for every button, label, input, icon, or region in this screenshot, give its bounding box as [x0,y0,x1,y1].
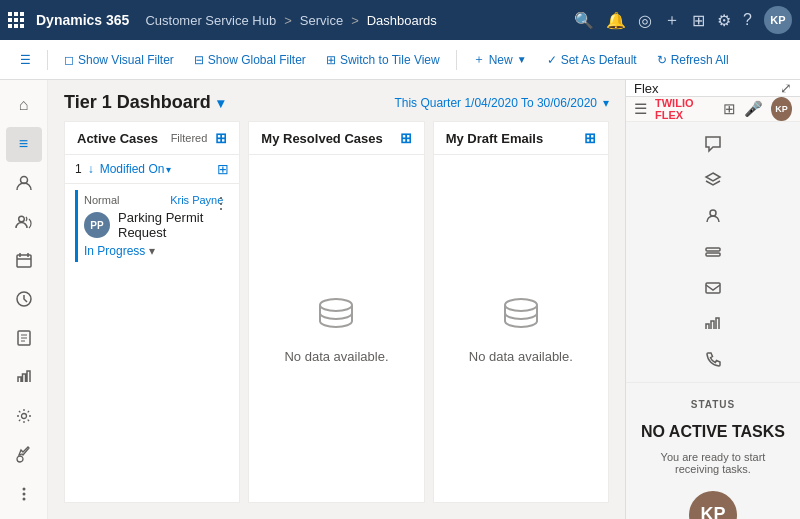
location-icon[interactable]: ◎ [638,11,652,30]
user-avatar[interactable]: KP [764,6,792,34]
case-controls: 1 ↓ Modified On ▾ ⊞ [65,155,239,184]
add-icon[interactable]: ＋ [664,10,680,31]
active-cases-header: Active Cases Filtered ⊞ [65,122,239,155]
case-row: PP Parking Permit Request [84,210,223,240]
date-filter-text: This Quarter 1/04/2020 To 30/06/2020 [394,96,597,110]
svg-rect-15 [706,283,720,293]
case-priority: Normal [84,194,119,206]
date-filter[interactable]: This Quarter 1/04/2020 To 30/06/2020 ▾ [394,96,609,110]
resolved-cases-header: My Resolved Cases ⊞ [249,122,423,155]
sidebar-item-contacts[interactable] [6,204,42,239]
resolved-grid-options-icon[interactable]: ⊞ [400,130,412,146]
breadcrumb-sep2: > [351,13,359,28]
flex-user-icon[interactable]: 🎤 [744,100,763,118]
dashboard-title-text: Tier 1 Dashboard [64,92,211,113]
case-status: In Progress ▾ [84,244,223,258]
svg-point-8 [22,492,25,495]
top-nav-right: 🔍 🔔 ◎ ＋ ⊞ ⚙ ? KP [574,6,792,34]
nav-customer-service-hub[interactable]: Customer Service Hub [145,13,276,28]
plus-icon: ＋ [473,51,485,68]
case-grid-options-icon[interactable]: ⊞ [217,161,229,177]
sidebar-item-more[interactable] [6,476,42,511]
status-label: STATUS [691,399,736,410]
draft-no-data: No data available. [434,155,608,502]
dashboard-dropdown-icon[interactable]: ▾ [217,95,224,111]
no-data-icon [316,293,356,341]
flex-expand-icon[interactable]: ⤢ [780,80,792,96]
flex-icon-chat[interactable] [697,130,729,158]
switch-to-tile-btn[interactable]: ⊞ Switch to Tile View [318,49,448,71]
draft-emails-header: My Draft Emails ⊞ [434,122,608,155]
sidebar-item-kb[interactable] [6,321,42,356]
date-filter-chevron: ▾ [603,96,609,110]
dashboard-panels: Active Cases Filtered ⊞ 1 ↓ Modified On … [48,121,625,519]
resolved-no-data-text: No data available. [284,349,388,364]
case-item[interactable]: Normal Kris Payne ⋮ PP Parking Permit Re… [75,190,229,262]
main-layout: ⌂ ≡ Tier [0,80,800,519]
active-cases-header-right: Filtered ⊞ [171,130,228,146]
flex-icon-chart[interactable] [697,310,729,338]
settings-nav-icon[interactable]: ⚙ [717,11,731,30]
filter-icon[interactable]: ⊞ [692,11,705,30]
alerts-icon[interactable]: 🔔 [606,11,626,30]
app-name[interactable]: Dynamics 365 [36,12,129,28]
flex-icon-person[interactable] [697,202,729,230]
case-avatar-initials: PP [90,220,103,231]
show-visual-filter-btn[interactable]: ◻ Show Visual Filter [56,49,182,71]
help-icon[interactable]: ? [743,11,752,29]
flex-status-area: STATUS NO ACTIVE TASKS You are ready to … [626,383,800,519]
sidebar-item-insights[interactable] [6,282,42,317]
draft-emails-panel: My Draft Emails ⊞ No data available. [433,121,609,503]
sidebar-item-settings[interactable] [6,399,42,434]
search-icon[interactable]: 🔍 [574,11,594,30]
flex-grid-icon[interactable]: ⊞ [723,100,736,118]
toggle-sidebar-btn[interactable]: ☰ [12,49,39,71]
flex-icon-phone[interactable] [697,346,729,374]
sidebar-item-accounts[interactable] [6,166,42,201]
case-meta: Normal Kris Payne ⋮ [84,194,223,206]
svg-point-11 [505,299,537,311]
sidebar-item-home[interactable]: ⌂ [6,88,42,123]
flex-icon-layers[interactable] [697,166,729,194]
active-cases-title: Active Cases [77,131,158,146]
svg-point-12 [710,210,716,216]
flex-user: KP Kris Payne [684,491,742,519]
tile-icon: ⊞ [326,53,336,67]
nav-service[interactable]: Service [300,13,343,28]
set-as-default-btn[interactable]: ✓ Set As Default [539,49,645,71]
sidebar-item-activities[interactable] [6,243,42,278]
visual-filter-icon: ◻ [64,53,74,67]
new-btn[interactable]: ＋ New ▼ [465,47,535,72]
active-cases-panel: Active Cases Filtered ⊞ 1 ↓ Modified On … [64,121,240,503]
sidebar-item-tools[interactable] [6,437,42,472]
refresh-all-btn[interactable]: ↻ Refresh All [649,49,737,71]
sort-column-label: Modified On [100,162,165,176]
case-name[interactable]: Parking Permit Request [118,210,223,240]
sort-column-btn[interactable]: Modified On ▾ [100,162,172,176]
draft-grid-options-icon[interactable]: ⊞ [584,130,596,146]
content-area: Tier 1 Dashboard ▾ This Quarter 1/04/202… [48,80,625,519]
show-global-filter-btn[interactable]: ⊟ Show Global Filter [186,49,314,71]
flex-panel: Flex ⤢ ☰ TWILIO FLEX ⊞ 🎤 KP [625,80,800,519]
sidebar-item-reports[interactable] [6,360,42,395]
resolved-no-data: No data available. [249,155,423,502]
checkmark-icon: ✓ [547,53,557,67]
row-count: 1 [75,162,82,176]
flex-menu-icon[interactable]: ☰ [634,100,647,118]
toolbar-sep1 [47,50,48,70]
svg-point-1 [18,216,24,222]
panel-options-icon[interactable]: ⊞ [215,130,227,146]
svg-point-6 [17,456,23,462]
flex-icon-data[interactable] [697,238,729,266]
refresh-icon: ↻ [657,53,667,67]
case-status-chevron[interactable]: ▾ [149,244,155,258]
draft-no-data-icon [501,293,541,341]
flex-toolbar-avatar[interactable]: KP [771,97,792,121]
resolved-cases-title: My Resolved Cases [261,131,382,146]
apps-icon[interactable] [8,12,24,28]
breadcrumb-sep1: > [284,13,292,28]
case-more-btn[interactable]: ⋮ [213,194,229,213]
flex-header: Flex ⤢ [626,80,800,97]
flex-icon-mail[interactable] [697,274,729,302]
sidebar-item-cases[interactable]: ≡ [6,127,42,162]
